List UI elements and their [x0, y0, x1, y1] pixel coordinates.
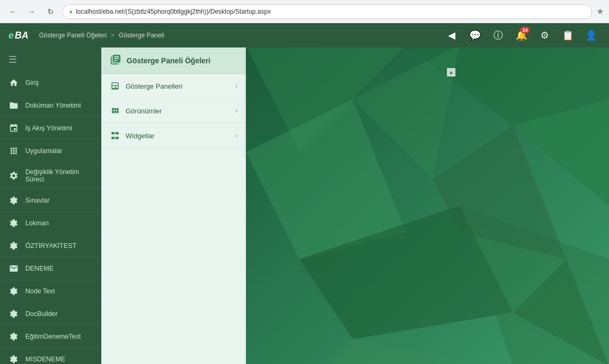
- app-header: eBA Gösterge Paneli Öğeleri > Gösterge P…: [0, 23, 609, 47]
- paneller-arrow: ›: [235, 82, 237, 90]
- sidebar-item-misdeneme[interactable]: MISDENEME: [0, 348, 101, 364]
- settings-small-icon: [8, 170, 19, 181]
- gorunumler-icon: [110, 106, 120, 116]
- sidebar: ☰ Giriş Doküman Yönetimi İş Akış Yönetim…: [0, 47, 101, 364]
- widgetlar-label: Widgetlar: [126, 132, 230, 140]
- breadcrumb-item-1[interactable]: Gösterge Paneli Öğeleri: [39, 32, 107, 39]
- sidebar-item-node-text[interactable]: Node Text: [0, 280, 101, 303]
- settings-icon[interactable]: ⚙: [535, 26, 554, 45]
- reload-button[interactable]: ↻: [43, 4, 58, 19]
- folder-icon: [8, 100, 19, 111]
- notifications-icon[interactable]: 🔔 24: [512, 26, 531, 45]
- breadcrumb: Gösterge Paneli Öğeleri > Gösterge Panel…: [39, 32, 164, 39]
- sidebar-item-deneme[interactable]: DENEME: [0, 257, 101, 280]
- bookmark-icon[interactable]: ★: [596, 6, 604, 16]
- forward-button[interactable]: →: [24, 4, 39, 19]
- misdeneme-icon: [8, 354, 19, 364]
- panel-list-item-gorunumler[interactable]: Görünümler ›: [101, 99, 246, 123]
- sidebar-label-is-akis: İş Akış Yönetimi: [25, 124, 72, 132]
- sidebar-label-lokman: Lokman: [25, 219, 49, 227]
- sidebar-label-giris: Giriş: [25, 79, 39, 87]
- breadcrumb-item-2[interactable]: Gösterge Paneli: [119, 32, 164, 39]
- widgetlar-icon: [110, 130, 120, 141]
- sidebar-item-degisiklik[interactable]: Değişiklik Yönetim Süreci: [0, 162, 101, 189]
- sidebar-label-degisiklik: Değişiklik Yönetim Süreci: [25, 168, 93, 183]
- chat-icon[interactable]: 💬: [465, 26, 484, 45]
- background-geo: [246, 47, 609, 364]
- back-button[interactable]: ←: [5, 4, 20, 19]
- hamburger-menu-icon[interactable]: ☰: [0, 47, 101, 72]
- sidebar-item-sinavlar[interactable]: Sınavlar: [0, 189, 101, 212]
- panel-left-list: Gösterge Panelleri › Görünümler › Widget…: [101, 74, 246, 364]
- paneller-icon: [110, 81, 120, 91]
- sidebar-label-uygulamalar: Uygulamalar: [25, 147, 62, 155]
- node-icon: [8, 286, 19, 296]
- docbuilder-icon: [8, 309, 19, 319]
- sidebar-label-misdeneme: MISDENEME: [25, 356, 65, 363]
- browser-bar: ← → ↻ ● localhost/eba.net/(S(zbtlz45phor…: [0, 0, 609, 23]
- sidebar-item-uygulamalar[interactable]: Uygulamalar: [0, 140, 101, 162]
- sidebar-item-lokman[interactable]: Lokman: [0, 212, 101, 235]
- header-actions: ◀ 💬 ⓘ 🔔 24 ⚙ 📋 👤: [442, 26, 601, 45]
- gear-icon: [8, 195, 19, 206]
- gorunumler-arrow: ›: [235, 107, 237, 114]
- sidebar-item-oztiryaki[interactable]: ÖZTİRYAKİTEST: [0, 235, 101, 257]
- sidebar-label-dokuman: Doküman Yönetimi: [25, 102, 81, 109]
- egitim-icon: [8, 331, 19, 342]
- sidebar-label-egitim: EğitimDenemeTest: [25, 333, 81, 340]
- reports-icon[interactable]: 📋: [558, 26, 577, 45]
- panel-list-item-widgetlar[interactable]: Widgetlar ›: [101, 123, 246, 148]
- workflow-icon: [8, 123, 19, 133]
- user-icon[interactable]: 👤: [582, 26, 601, 45]
- back-arrow-icon[interactable]: ◀: [442, 26, 461, 45]
- mail-icon: [8, 263, 19, 274]
- url-text: localhost/eba.net/(S(zbtlz45phorq0btlggk…: [76, 8, 271, 15]
- sidebar-item-docbuilder[interactable]: DocBuilder: [0, 303, 101, 325]
- home-icon: [8, 78, 19, 88]
- sidebar-label-docbuilder: DocBuilder: [25, 310, 58, 318]
- main-layout: ☰ Giriş Doküman Yönetimi İş Akış Yönetim…: [0, 47, 609, 364]
- sidebar-item-dokuman[interactable]: Doküman Yönetimi: [0, 94, 101, 117]
- url-bar[interactable]: ● localhost/eba.net/(S(zbtlz45phorq0btlg…: [62, 4, 592, 19]
- sidebar-label-deneme: DENEME: [25, 265, 53, 272]
- apps-icon: [8, 146, 19, 156]
- secure-icon: ●: [69, 8, 73, 15]
- paneller-label: Gösterge Panelleri: [126, 82, 230, 90]
- sidebar-item-egitim[interactable]: EğitimDenemeTest: [0, 325, 101, 348]
- notification-badge: 24: [520, 27, 530, 33]
- sidebar-label-sinavlar: Sınavlar: [25, 197, 50, 204]
- lokman-icon: [8, 218, 19, 228]
- panel-left-header: Gösterge Paneli Öğeleri: [101, 47, 246, 74]
- breadcrumb-separator: >: [111, 32, 115, 39]
- logo-e: e: [8, 30, 14, 41]
- panel-list-item-paneller[interactable]: Gösterge Panelleri ›: [101, 74, 246, 99]
- app-logo[interactable]: eBA: [8, 30, 28, 41]
- dialog-scroll-up-button[interactable]: ▲: [447, 68, 455, 76]
- sidebar-label-node-text: Node Text: [25, 288, 55, 295]
- panel-left: Gösterge Paneli Öğeleri Gösterge Panelle…: [101, 47, 246, 364]
- gorunumler-label: Görünümler: [126, 107, 230, 115]
- panel-left-icon: [110, 54, 121, 67]
- panel-left-title: Gösterge Paneli Öğeleri: [127, 56, 211, 65]
- logo-ba: BA: [15, 30, 28, 41]
- widgetlar-arrow: ›: [235, 132, 237, 139]
- sidebar-item-giris[interactable]: Giriş: [0, 72, 101, 94]
- sidebar-item-is-akis[interactable]: İş Akış Yönetimi: [0, 117, 101, 140]
- content-area: Gösterge Paneli Öğeleri Gösterge Panelle…: [101, 47, 609, 364]
- sidebar-label-oztiryaki: ÖZTİRYAKİTEST: [25, 242, 77, 250]
- oztiryaki-icon: [8, 241, 19, 251]
- info-icon[interactable]: ⓘ: [489, 26, 508, 45]
